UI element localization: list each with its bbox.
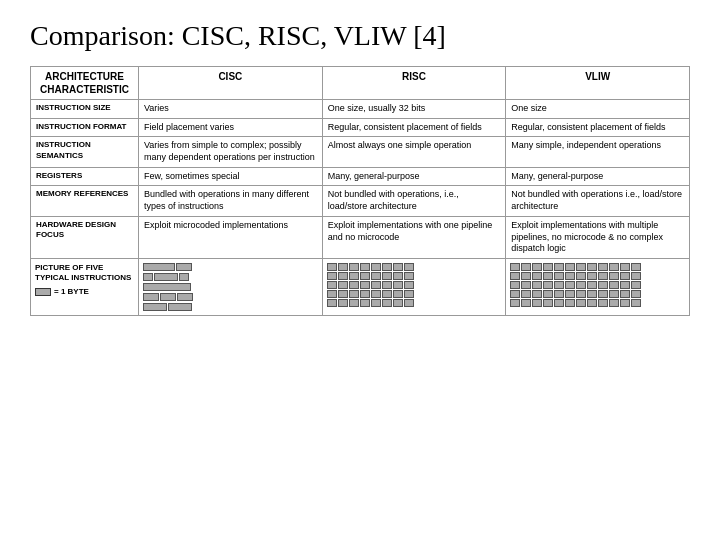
risc-cell: Almost always one simple operation	[322, 137, 506, 167]
risc-visual	[327, 263, 502, 307]
legend-text: = 1 byte	[54, 287, 89, 297]
risc-cell: Exploit implementations with one pipelin…	[322, 216, 506, 258]
risc-picture	[322, 258, 506, 315]
cisc-visual	[143, 263, 318, 311]
cisc-row5	[143, 303, 318, 311]
row-label: MEMORY REFERENCES	[31, 186, 139, 216]
cisc-row4	[143, 293, 318, 301]
cisc-cell: Varies from simple to complex; possibly …	[139, 137, 323, 167]
risc-cell: Regular, consistent placement of fields	[322, 118, 506, 137]
cisc-cell: Exploit microcoded implementations	[139, 216, 323, 258]
row-label: INSTRUCTION SEMANTICS	[31, 137, 139, 167]
cisc-row2	[143, 273, 318, 281]
page-title: Comparison: CISC, RISC, VLIW [4]	[30, 20, 690, 52]
row-label: REGISTERS	[31, 167, 139, 186]
row-label-picture: PICTURE OF FIVE TYPICAL INSTRUCTIONS = 1…	[31, 258, 139, 315]
cisc-cell: Varies	[139, 100, 323, 119]
legend: = 1 byte	[35, 287, 134, 297]
row-label: INSTRUCTION FORMAT	[31, 118, 139, 137]
cisc-picture	[139, 258, 323, 315]
col-header-risc: RISC	[322, 67, 506, 100]
cisc-row1	[143, 263, 318, 271]
legend-box	[35, 288, 51, 296]
vliw-picture	[506, 258, 690, 315]
risc-cell: Many, general-purpose	[322, 167, 506, 186]
vliw-cell: Many simple, independent operations	[506, 137, 690, 167]
vliw-visual	[510, 263, 685, 307]
cisc-row3	[143, 283, 318, 291]
table-row: REGISTERS Few, sometimes special Many, g…	[31, 167, 690, 186]
comparison-table: ARCHITECTURE CHARACTERISTIC CISC RISC VL…	[30, 66, 690, 316]
table-row: HARDWARE DESIGN FOCUS Exploit microcoded…	[31, 216, 690, 258]
cisc-cell: Bundled with operations in many differen…	[139, 186, 323, 216]
vliw-cell: Not bundled with operations i.e., load/s…	[506, 186, 690, 216]
vliw-cell: Regular, consistent placement of fields	[506, 118, 690, 137]
col-header-cisc: CISC	[139, 67, 323, 100]
cisc-cell: Few, sometimes special	[139, 167, 323, 186]
vliw-cell: Many, general-purpose	[506, 167, 690, 186]
col-header-arch: ARCHITECTURE CHARACTERISTIC	[31, 67, 139, 100]
col-header-vliw: VLIW	[506, 67, 690, 100]
row-label: HARDWARE DESIGN FOCUS	[31, 216, 139, 258]
table-row: INSTRUCTION SIZE Varies One size, usuall…	[31, 100, 690, 119]
table-row: MEMORY REFERENCES Bundled with operation…	[31, 186, 690, 216]
page: Comparison: CISC, RISC, VLIW [4] ARCHITE…	[0, 0, 720, 336]
table-row: INSTRUCTION SEMANTICS Varies from simple…	[31, 137, 690, 167]
table-row: INSTRUCTION FORMAT Field placement varie…	[31, 118, 690, 137]
vliw-cell: Exploit implementations with multiple pi…	[506, 216, 690, 258]
row-label: INSTRUCTION SIZE	[31, 100, 139, 119]
table-row-picture: PICTURE OF FIVE TYPICAL INSTRUCTIONS = 1…	[31, 258, 690, 315]
vliw-cell: One size	[506, 100, 690, 119]
risc-cell: Not bundled with operations, i.e., load/…	[322, 186, 506, 216]
risc-cell: One size, usually 32 bits	[322, 100, 506, 119]
cisc-cell: Field placement varies	[139, 118, 323, 137]
